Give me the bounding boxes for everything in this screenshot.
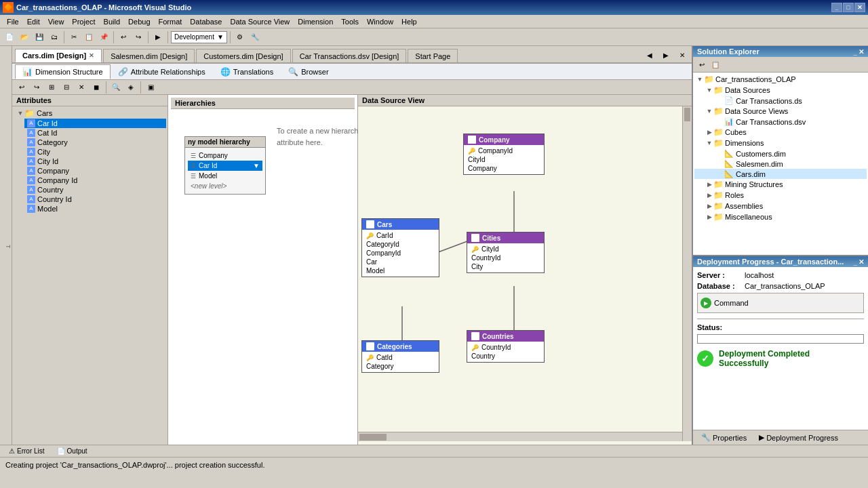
toolbar-paste[interactable]: 📌 [97, 30, 111, 44]
dsv-table-cars[interactable]: T Cars 🔑 CarId CategoryId [361, 218, 439, 277]
tree-attr-city[interactable]: A City [24, 147, 166, 157]
tree-attr-cityid[interactable]: A City Id [24, 157, 166, 166]
toolbar-undo[interactable]: ↩ [117, 30, 130, 44]
tab-customers-dim[interactable]: Customers.dim [Design] [196, 49, 290, 62]
dsv-table-categories[interactable]: T Categories 🔑 CatId Category [361, 340, 439, 373]
expand-cars[interactable]: ▼ [16, 110, 24, 117]
design-tab-structure[interactable]: 📊 Dimension Structure [15, 64, 111, 79]
se-cubes[interactable]: ▶ 📁 Cubes [694, 127, 867, 138]
sub-zoom[interactable]: 🔍 [109, 81, 123, 94]
window-controls[interactable]: _ □ ✕ [831, 3, 865, 12]
expand-dimensions[interactable]: ▼ [705, 140, 713, 146]
tree-attr-category[interactable]: A Category [24, 138, 166, 147]
expand-mining[interactable]: ▶ [705, 181, 713, 188]
sub-delete[interactable]: ✕ [75, 81, 88, 94]
menu-database[interactable]: Database [186, 16, 226, 27]
se-dimensions[interactable]: ▼ 📁 Dimensions [694, 138, 867, 148]
menu-view[interactable]: View [44, 16, 68, 27]
sub-back[interactable]: ↩ [15, 81, 28, 94]
dsv-table-company[interactable]: T Company 🔑 CompanyId CityId [463, 134, 545, 175]
tab-start-page[interactable]: Start Page [408, 49, 458, 62]
toolbar-redo[interactable]: ↪ [132, 30, 145, 44]
se-salesmen-dim[interactable]: 📐 Salesmen.dim [694, 159, 867, 169]
sub-btn8[interactable]: ▣ [144, 81, 157, 94]
sub-btn5[interactable]: ◼ [90, 81, 103, 94]
sub-btn7[interactable]: ◈ [124, 81, 138, 94]
sub-hide[interactable]: ⊟ [60, 81, 73, 94]
expand-datasources[interactable]: ▼ [705, 87, 713, 94]
toolbar-deploy[interactable]: ▶ [151, 30, 165, 44]
se-mining-structures[interactable]: ▶ 📁 Mining Structures [694, 179, 867, 190]
toolbar-new[interactable]: 📄 [3, 30, 16, 44]
tree-attr-company[interactable]: A Company [24, 166, 166, 176]
menu-dimension[interactable]: Dimension [294, 16, 337, 27]
expand-project[interactable]: ▼ [696, 76, 704, 83]
expand-roles[interactable]: ▶ [705, 192, 713, 199]
expand-assemblies[interactable]: ▶ [705, 203, 713, 209]
right-tab-deployment[interactable]: ▶ Deployment Progress [753, 432, 844, 443]
design-tab-browser[interactable]: 🔍 Browser [281, 64, 336, 79]
menu-format[interactable]: Format [155, 16, 186, 27]
expand-misc[interactable]: ▶ [705, 214, 713, 220]
menu-project[interactable]: Project [68, 16, 99, 27]
dsv-scrollbar-h[interactable] [358, 432, 682, 441]
se-controls[interactable]: _ ✕ [853, 48, 864, 56]
menu-help[interactable]: Help [397, 16, 421, 27]
tree-attr-companyid[interactable]: A Company Id [24, 176, 166, 185]
hierarchy-level-company[interactable]: ☰ Company [188, 150, 262, 161]
dsv-table-cities[interactable]: T Cities 🔑 CityId CountryId [467, 232, 545, 273]
se-miscellaneous[interactable]: ▶ 📁 Miscellaneous [694, 211, 867, 222]
deploy-minimize[interactable]: _ [853, 258, 857, 266]
right-tab-properties[interactable]: 🔧 Properties [696, 432, 752, 443]
tab-transactions-dsv[interactable]: Car Transactions.dsv [Design] [292, 49, 407, 62]
menu-datasourceview[interactable]: Data Source View [226, 16, 294, 27]
dsv-table-countries[interactable]: T Countries 🔑 CountryId Country [467, 330, 545, 363]
menu-window[interactable]: Window [363, 16, 397, 27]
tree-attr-model[interactable]: A Model [24, 204, 166, 214]
se-cars-dim[interactable]: 📐 Cars.dim [694, 169, 867, 179]
menu-edit[interactable]: Edit [23, 16, 44, 27]
se-minimize[interactable]: _ [853, 48, 857, 56]
hierarchy-new-level[interactable]: <new level> [188, 181, 262, 191]
hierarchy-level-model[interactable]: ☰ Model [188, 171, 262, 181]
tree-attr-country[interactable]: A Country [24, 185, 166, 195]
toolbar-copy[interactable]: 📋 [82, 30, 96, 44]
se-car-transactions-ds[interactable]: 📄 Car Transactions.ds [694, 96, 867, 106]
scrollbar-thumb-h[interactable] [359, 434, 387, 441]
menu-tools[interactable]: Tools [337, 16, 363, 27]
expand-cubes[interactable]: ▶ [705, 129, 713, 136]
tab-nav-left[interactable]: ◀ [643, 49, 656, 62]
toolbar-btn2[interactable]: 🔧 [248, 30, 262, 44]
toolbar-cut[interactable]: ✂ [67, 30, 81, 44]
toolbar-btn1[interactable]: ⚙ [233, 30, 247, 44]
deploy-controls[interactable]: _ ✕ [853, 258, 864, 266]
se-data-sources[interactable]: ▼ 📁 Data Sources [694, 85, 867, 96]
tree-attr-catid[interactable]: A Cat Id [24, 128, 166, 138]
se-fwd[interactable]: 📋 [709, 58, 722, 70]
se-project-root[interactable]: ▼ 📁 Car_transactions_OLAP [694, 74, 867, 85]
toolbar-save[interactable]: 💾 [33, 30, 46, 44]
hierarchy-level-carid[interactable]: ☰ Car Id ▼ [188, 161, 262, 171]
menu-file[interactable]: File [3, 16, 23, 27]
maximize-button[interactable]: □ [843, 3, 854, 12]
bottom-tab-errorlist[interactable]: ⚠ Error List [3, 446, 51, 456]
scrollbar-thumb-v[interactable] [684, 108, 690, 121]
se-car-transactions-dsv[interactable]: 📊 Car Transactions.dsv [694, 117, 867, 127]
close-button[interactable]: ✕ [854, 3, 865, 12]
dsv-scrollbar-v[interactable] [682, 106, 692, 441]
toolbar-saveall[interactable]: 🗂 [47, 30, 61, 44]
menu-debug[interactable]: Debug [124, 16, 154, 27]
menu-build[interactable]: Build [100, 16, 124, 27]
tab-cars-dim[interactable]: Cars.dim [Design] ✕ [15, 49, 102, 62]
se-roles[interactable]: ▶ 📁 Roles [694, 190, 867, 201]
tree-attr-countryid[interactable]: A Country Id [24, 195, 166, 204]
se-customers-dim[interactable]: 📐 Customers.dim [694, 148, 867, 159]
minimize-button[interactable]: _ [831, 3, 842, 12]
tab-cars-close[interactable]: ✕ [89, 52, 94, 59]
deploy-close[interactable]: ✕ [859, 258, 864, 266]
tab-salesmen-dim[interactable]: Salesmen.dim [Design] [103, 49, 195, 62]
sub-forward[interactable]: ↪ [30, 81, 43, 94]
se-back[interactable]: ↩ [696, 58, 708, 70]
tab-close-active[interactable]: ✕ [675, 49, 689, 62]
sub-show-all[interactable]: ⊞ [45, 81, 58, 94]
